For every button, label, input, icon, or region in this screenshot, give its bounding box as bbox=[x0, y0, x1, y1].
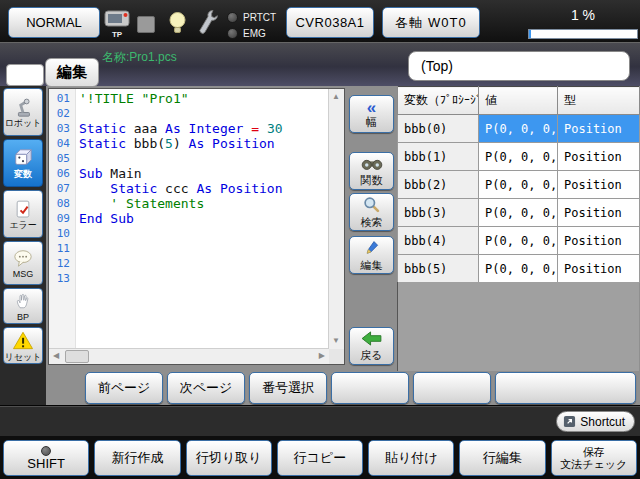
code-text: Static ccc As Position bbox=[75, 181, 283, 196]
page-button-number-select[interactable]: 番号選択 bbox=[249, 372, 327, 404]
prtct-led bbox=[227, 12, 238, 23]
function-key-edit-line[interactable]: 行編集 bbox=[459, 440, 545, 476]
table-row[interactable]: bbb(4)P(0, 0, 0, 0Position bbox=[398, 227, 640, 255]
variable-type-cell[interactable]: Position bbox=[558, 199, 640, 227]
double-chevron-left-icon: « bbox=[367, 101, 376, 116]
function-key-cut-line[interactable]: 行切り取り bbox=[186, 440, 272, 476]
code-line: 05 bbox=[49, 151, 328, 166]
variable-name-cell[interactable]: bbb(1) bbox=[398, 143, 479, 171]
variable-value-cell[interactable]: P(0, 0, 0, 0 bbox=[479, 199, 558, 227]
line-number: 04 bbox=[49, 136, 75, 151]
variable-name-cell[interactable]: bbb(2) bbox=[398, 171, 479, 199]
page-button-blank-3[interactable] bbox=[495, 372, 636, 404]
sidebar-item-reset[interactable]: リセット bbox=[3, 327, 43, 364]
table-header-1: 値 bbox=[479, 87, 558, 115]
status-led-panel: PRTCT EMG bbox=[227, 10, 276, 42]
sidebar-item-label: ロボット bbox=[5, 118, 42, 128]
top-status-bar: NORMAL TP PRTCT EMG CVR038A1 各軸 W0T0 1 % bbox=[0, 0, 640, 42]
sidebar-item-variables[interactable]: 変数 bbox=[3, 139, 43, 187]
function-key-shift[interactable]: SHIFT bbox=[3, 440, 89, 476]
function-key-paste[interactable]: 貼り付け bbox=[368, 440, 454, 476]
tab-edit[interactable]: 編集 bbox=[45, 58, 99, 87]
editor-vertical-scrollbar[interactable]: ▲ ▼ bbox=[328, 89, 344, 349]
variable-table: 変数（ﾌﾟﾛｼｰｼﾞ値型 bbb(0)P(0, 0, 0, 0Positionb… bbox=[397, 86, 640, 283]
code-text bbox=[75, 226, 79, 241]
line-number: 10 bbox=[49, 226, 75, 241]
variable-name-cell[interactable]: bbb(4) bbox=[398, 227, 479, 255]
variable-name-cell[interactable]: bbb(5) bbox=[398, 255, 479, 283]
scroll-right-icon[interactable]: ▶ bbox=[319, 352, 325, 360]
tool-button-width[interactable]: «幅 bbox=[349, 95, 394, 133]
sidebar-item-msg[interactable]: MSG bbox=[3, 241, 43, 285]
editor-horizontal-scrollbar[interactable]: ◀ ▶ bbox=[49, 348, 329, 364]
shortcut-button[interactable]: Shortcut bbox=[556, 411, 635, 432]
variable-type-cell[interactable]: Position bbox=[558, 255, 640, 283]
axis-mode-button[interactable]: 各軸 W0T0 bbox=[382, 7, 480, 38]
sidebar-item-error[interactable]: エラー bbox=[3, 190, 43, 238]
speed-progress-bar bbox=[528, 29, 638, 39]
variable-type-cell[interactable]: Position bbox=[558, 227, 640, 255]
tab-blank[interactable] bbox=[6, 64, 44, 86]
table-row[interactable]: bbb(0)P(0, 0, 0, 0Position bbox=[398, 115, 640, 143]
top-selector-field[interactable]: (Top) bbox=[408, 51, 630, 81]
code-text bbox=[75, 106, 79, 121]
code-text: Static bbb(5) As Position bbox=[75, 136, 275, 151]
variable-name-cell[interactable]: bbb(3) bbox=[398, 199, 479, 227]
variable-value-cell[interactable]: P(0, 0, 0, 0 bbox=[479, 227, 558, 255]
function-key-label: 保存 bbox=[583, 446, 605, 458]
sidebar-item-robot[interactable]: ロボット bbox=[3, 88, 43, 136]
table-row[interactable]: bbb(1)P(0, 0, 0, 0Position bbox=[398, 143, 640, 171]
mode-button[interactable]: NORMAL bbox=[8, 7, 100, 38]
scroll-left-icon[interactable]: ◀ bbox=[53, 352, 59, 360]
scroll-down-icon[interactable]: ▼ bbox=[332, 337, 340, 345]
table-row[interactable]: bbb(5)P(0, 0, 0, 0Position bbox=[398, 255, 640, 283]
line-number: 08 bbox=[49, 196, 75, 211]
tool-button-search[interactable]: 検索 bbox=[349, 193, 394, 231]
sidebar-item-bp[interactable]: BP bbox=[3, 288, 43, 324]
variable-type-cell[interactable]: Position bbox=[558, 171, 640, 199]
variable-value-cell[interactable]: P(0, 0, 0, 0 bbox=[479, 115, 558, 143]
code-segment: Integer bbox=[189, 121, 244, 136]
code-text: '!TITLE "Pro1" bbox=[75, 91, 189, 106]
variable-value-cell[interactable]: P(0, 0, 0, 0 bbox=[479, 255, 558, 283]
variable-type-cell[interactable]: Position bbox=[558, 115, 640, 143]
page-button-next[interactable]: 次ページ bbox=[167, 372, 245, 404]
page-button-prev[interactable]: 前ページ bbox=[85, 372, 163, 404]
table-row[interactable]: bbb(2)P(0, 0, 0, 0Position bbox=[398, 171, 640, 199]
scroll-up-icon[interactable]: ▲ bbox=[332, 93, 340, 101]
variable-type-cell[interactable]: Position bbox=[558, 143, 640, 171]
teach-pendant-screen: NORMAL TP PRTCT EMG CVR038A1 各軸 W0T0 1 %… bbox=[0, 0, 640, 479]
code-segment: aaa bbox=[126, 121, 165, 136]
variable-name-cell[interactable]: bbb(0) bbox=[398, 115, 479, 143]
code-segment bbox=[79, 181, 110, 196]
code-segment: Static bbox=[79, 121, 126, 136]
variable-value-cell[interactable]: P(0, 0, 0, 0 bbox=[479, 143, 558, 171]
line-number: 09 bbox=[49, 211, 75, 226]
program-name-button[interactable]: CVR038A1 bbox=[286, 7, 374, 38]
sidebar: ロボット変数エラーMSGBPリセット bbox=[0, 86, 46, 405]
code-segment: Main bbox=[102, 166, 141, 181]
tool-button-function[interactable]: 関数 bbox=[349, 152, 394, 190]
code-editor[interactable]: 01'!TITLE "Pro1"0203Static aaa As Intege… bbox=[48, 88, 345, 365]
table-header-0: 変数（ﾌﾟﾛｼｰｼﾞ bbox=[398, 87, 479, 115]
code-line: 13 bbox=[49, 271, 328, 286]
table-row[interactable]: bbb(3)P(0, 0, 0, 0Position bbox=[398, 199, 640, 227]
tool-button-edit[interactable]: 編集 bbox=[349, 236, 394, 274]
program-name-label: 名称:Pro1.pcs bbox=[102, 49, 177, 66]
function-key-new-line[interactable]: 新行作成 bbox=[94, 440, 180, 476]
code-segment: Position bbox=[220, 181, 283, 196]
function-key-copy-line[interactable]: 行コピー bbox=[277, 440, 363, 476]
variable-value-cell[interactable]: P(0, 0, 0, 0 bbox=[479, 171, 558, 199]
function-key-label: 文法チェック bbox=[560, 458, 627, 470]
speed-progress-fill bbox=[529, 30, 531, 38]
code-segment: As bbox=[165, 121, 181, 136]
function-key-save-syntax-check[interactable]: 保存文法チェック bbox=[551, 440, 637, 476]
tool-button-back[interactable]: 戻る bbox=[349, 327, 394, 365]
horizontal-scroll-thumb[interactable] bbox=[65, 350, 89, 363]
page-button-blank-2[interactable] bbox=[413, 372, 491, 404]
code-text: Sub Main bbox=[75, 166, 142, 181]
function-key-label: SHIFT bbox=[27, 457, 65, 470]
shortcut-icon bbox=[563, 415, 576, 428]
page-button-row: 前ページ次ページ番号選択 bbox=[85, 372, 636, 404]
page-button-blank-1[interactable] bbox=[331, 372, 409, 404]
